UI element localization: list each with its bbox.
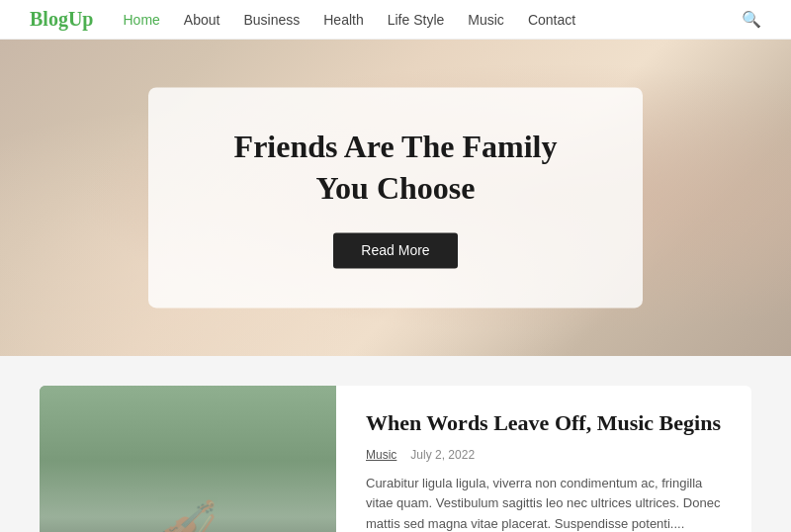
logo[interactable]: BlogUp: [30, 8, 93, 31]
hero-section: Friends Are The Family You Choose Read M…: [0, 40, 791, 356]
nav-item-business[interactable]: Business: [243, 12, 300, 28]
blog-post-content: When Words Leave Off, Music Begins Music…: [366, 386, 751, 532]
blog-post-meta: Music July 2, 2022: [366, 448, 732, 462]
main-nav: Home About Business Health Life Style Mu…: [123, 12, 742, 28]
nav-item-music[interactable]: Music: [468, 12, 504, 28]
blog-section: When Words Leave Off, Music Begins Music…: [0, 356, 791, 532]
blog-post-excerpt: Curabitur ligula ligula, viverra non con…: [366, 474, 732, 532]
hero-title: Friends Are The Family You Choose: [208, 127, 583, 209]
blog-post-image: [40, 386, 336, 532]
logo-text: Blog: [30, 8, 68, 30]
nav-item-health[interactable]: Health: [323, 12, 363, 28]
blog-post-category[interactable]: Music: [366, 448, 396, 462]
blog-card: When Words Leave Off, Music Begins Music…: [40, 386, 751, 532]
header: BlogUp Home About Business Health Life S…: [0, 0, 791, 40]
blog-post-title: When Words Leave Off, Music Begins: [366, 409, 732, 438]
read-more-button[interactable]: Read More: [333, 233, 457, 269]
blog-post-date: July 2, 2022: [410, 448, 475, 462]
nav-item-about[interactable]: About: [184, 12, 220, 28]
hero-overlay: Friends Are The Family You Choose Read M…: [148, 87, 643, 308]
logo-accent: Up: [68, 8, 94, 30]
nav-item-home[interactable]: Home: [123, 12, 159, 28]
search-icon[interactable]: 🔍: [742, 10, 761, 29]
nav-item-lifestyle[interactable]: Life Style: [388, 12, 445, 28]
nav-item-contact[interactable]: Contact: [528, 12, 575, 28]
